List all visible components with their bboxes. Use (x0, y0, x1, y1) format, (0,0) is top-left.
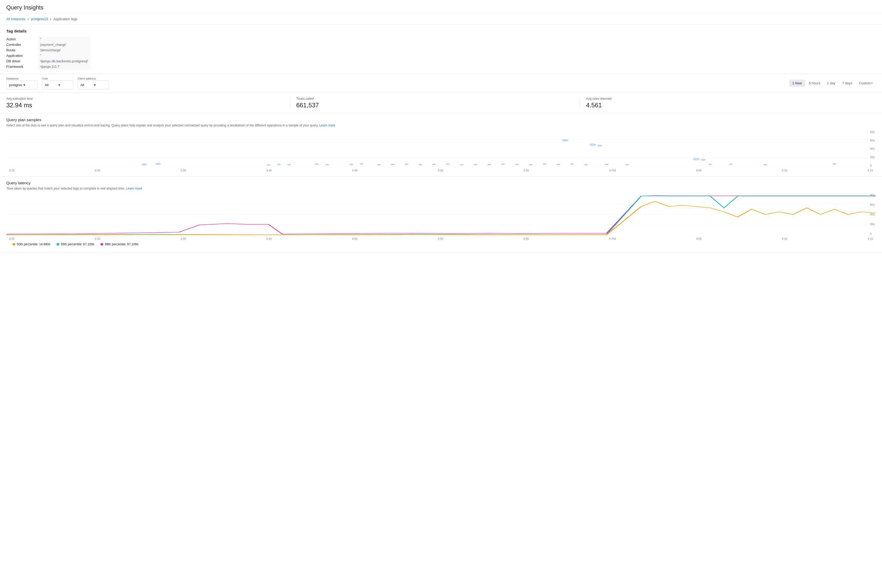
breadcrumb-all-instances[interactable]: All instances (6, 17, 26, 21)
svg-point-22 (487, 164, 491, 165)
tag-value: 'payment_charge' (38, 42, 90, 47)
breadcrumb: All instances › postgres13 › Application… (0, 14, 882, 25)
svg-point-5 (141, 164, 147, 165)
query-plan-learn-more-link[interactable]: Learn more (319, 124, 335, 127)
metric-1: Times called 661,537 (296, 97, 580, 109)
metric-label: Avg execution time (6, 97, 284, 100)
svg-point-34 (625, 164, 630, 165)
time-btn-custom[interactable]: Custom ▾ (856, 80, 876, 87)
svg-point-7 (266, 164, 270, 166)
time-range-buttons: 1 hour6 hours1 day7 daysCustom ▾ (789, 80, 876, 87)
svg-point-32 (584, 164, 588, 165)
svg-point-12 (349, 164, 353, 165)
tag-value: 'django:3.0.7' (38, 64, 90, 69)
database-arrow-icon: ▾ (23, 82, 35, 87)
breadcrumb-current: Application tags (53, 17, 78, 21)
svg-point-31 (570, 164, 574, 165)
user-arrow-icon: ▾ (58, 82, 71, 87)
svg-point-9 (287, 164, 291, 165)
latency-legend: 50th percentile: 14.680s 95th percentile… (6, 240, 876, 248)
query-latency-learn-more-link[interactable]: Learn more (126, 187, 142, 190)
metrics-bar: Avg execution time 32.94 ms Times called… (0, 93, 882, 113)
query-plan-description: Select one of the dots to see a query pl… (6, 124, 876, 127)
svg-point-14 (377, 164, 381, 165)
svg-point-15 (391, 164, 395, 165)
svg-point-13 (360, 163, 364, 165)
svg-point-25 (529, 164, 533, 165)
svg-point-27 (589, 144, 596, 146)
svg-point-20 (460, 164, 464, 165)
tag-value: '' (38, 36, 90, 42)
svg-point-37 (708, 164, 712, 165)
svg-point-36 (700, 159, 706, 161)
tag-row: Action '' (6, 36, 90, 42)
client-address-value: All (80, 83, 93, 87)
time-btn-7-days[interactable]: 7 days (839, 80, 855, 87)
user-filter-group: User All ▾ (42, 77, 74, 89)
query-plan-x-labels: 3:253:303:353:403:453:503:554 PM4:054:10… (6, 169, 876, 172)
time-btn-1-day[interactable]: 1 day (824, 80, 838, 87)
client-address-filter-group: Client address All ▾ (78, 77, 109, 89)
tag-row: Controller 'payment_charge' (6, 42, 90, 47)
time-btn-6-hours[interactable]: 6 hours (806, 80, 823, 87)
database-value: postgres (9, 83, 22, 87)
tag-value: '' (38, 53, 90, 58)
legend-label: 95th percentile: 67.109s (61, 242, 94, 246)
client-address-select[interactable]: All ▾ (78, 81, 109, 89)
client-address-arrow-icon: ▾ (94, 82, 106, 87)
query-latency-section: Query latency Time taken by queries that… (0, 177, 882, 253)
user-value: All (45, 83, 57, 87)
svg-point-19 (446, 164, 450, 165)
legend-dot (101, 243, 103, 246)
svg-point-35 (693, 158, 700, 160)
svg-point-18 (432, 164, 436, 165)
legend-label: 99th percentile: 67.109s (105, 242, 138, 246)
svg-point-28 (597, 144, 603, 147)
breadcrumb-sep-2: › (50, 16, 51, 21)
legend-label: 50th percentile: 14.680s (17, 242, 50, 246)
metric-label: Times called (296, 97, 573, 100)
svg-point-10 (315, 164, 319, 165)
metric-value: 661,537 (296, 102, 573, 109)
tag-label: Application (6, 53, 38, 58)
svg-point-38 (729, 164, 733, 165)
svg-point-8 (277, 164, 281, 165)
user-select[interactable]: All ▾ (42, 81, 74, 89)
tag-label: DB driver (6, 58, 38, 64)
time-btn-1-hour[interactable]: 1 hour (789, 80, 805, 87)
tag-row: Framework 'django:3.0.7' (6, 64, 90, 69)
tag-label: Action (6, 36, 38, 42)
svg-point-40 (832, 163, 837, 165)
legend-dot (57, 243, 59, 246)
query-plan-svg (6, 130, 876, 167)
query-plan-heading: Query plan samples (6, 117, 876, 122)
filters-bar: Database postgres ▾ User All ▾ Client ad… (0, 74, 882, 93)
tag-details-table: Action '' Controller 'payment_charge' Ro… (6, 36, 90, 69)
query-latency-description: Time taken by queries that match your se… (6, 187, 876, 190)
tag-label: Controller (6, 42, 38, 47)
legend-item: 99th percentile: 67.109s (101, 242, 138, 246)
tag-label: Framework (6, 64, 38, 69)
breadcrumb-sep-1: › (27, 16, 29, 21)
metric-label: Avg rows returned (586, 97, 863, 100)
query-plan-section: Query plan samples Select one of the dot… (0, 113, 882, 177)
tag-details-heading: Tag details (6, 29, 876, 33)
svg-point-16 (404, 164, 409, 165)
svg-point-17 (418, 164, 422, 165)
svg-point-21 (473, 164, 478, 165)
tag-value: 'django.db.backends.postgresql' (38, 58, 90, 64)
query-latency-svg (6, 194, 876, 236)
metric-value: 32.94 ms (6, 102, 284, 109)
metric-value: 4.561 (586, 102, 863, 109)
breadcrumb-postgres13[interactable]: postgres13 (31, 17, 48, 21)
svg-point-30 (556, 164, 560, 165)
query-latency-heading: Query latency (6, 181, 876, 185)
database-filter-group: Database postgres ▾ (6, 77, 38, 89)
legend-item: 95th percentile: 67.109s (57, 242, 94, 246)
legend-item: 50th percentile: 14.680s (13, 242, 50, 246)
query-latency-x-labels: 3:253:303:353:403:453:503:554 PM4:054:10… (6, 237, 876, 240)
svg-point-29 (542, 163, 547, 165)
svg-point-6 (155, 163, 161, 165)
database-select[interactable]: postgres ▾ (6, 81, 38, 89)
tag-label: Route (6, 47, 38, 53)
